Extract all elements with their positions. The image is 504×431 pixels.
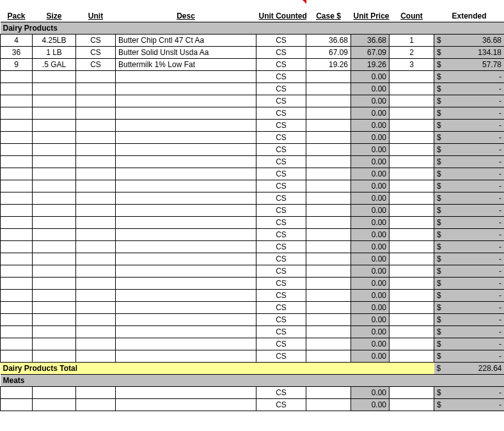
cell-desc[interactable]: [116, 350, 256, 362]
cell-case[interactable]: 67.09: [306, 46, 351, 58]
cell-case[interactable]: [306, 180, 351, 192]
cell-pack[interactable]: [1, 168, 33, 180]
cell-unit-price[interactable]: 19.26: [351, 58, 390, 70]
cell-unit-price[interactable]: 0.00: [351, 386, 390, 398]
cell-extended[interactable]: $-: [434, 180, 505, 192]
cell-desc[interactable]: [116, 131, 256, 143]
cell-case[interactable]: [306, 301, 351, 313]
cell-case[interactable]: [306, 289, 351, 301]
cell-count[interactable]: [390, 386, 434, 398]
cell-desc[interactable]: [116, 301, 256, 313]
cell-unit-counted[interactable]: CS: [256, 325, 306, 338]
cell-unit[interactable]: [76, 119, 116, 131]
cell-extended[interactable]: $134.18: [434, 46, 505, 58]
cell-pack[interactable]: [1, 240, 33, 253]
cell-pack[interactable]: 4: [1, 34, 33, 46]
cell-case[interactable]: [306, 119, 351, 131]
cell-count[interactable]: [390, 131, 434, 143]
cell-desc[interactable]: Butter Chip Cntl 47 Ct Aa: [116, 34, 256, 46]
cell-pack[interactable]: [1, 119, 33, 131]
cell-unit[interactable]: [76, 155, 116, 168]
cell-unit-price[interactable]: 0.00: [351, 204, 390, 216]
cell-size[interactable]: [33, 155, 76, 168]
cell-unit-counted[interactable]: CS: [256, 192, 306, 204]
cell-count[interactable]: [390, 95, 434, 107]
cell-extended[interactable]: $-: [434, 95, 505, 107]
cell-size[interactable]: [33, 168, 76, 180]
cell-count[interactable]: [390, 338, 434, 350]
cell-unit-price[interactable]: 0.00: [351, 216, 390, 228]
cell-desc[interactable]: [116, 168, 256, 180]
cell-desc[interactable]: [116, 338, 256, 350]
cell-desc[interactable]: [116, 107, 256, 119]
cell-unit[interactable]: [76, 277, 116, 289]
cell-unit-counted[interactable]: CS: [256, 253, 306, 265]
cell-count[interactable]: [390, 204, 434, 216]
cell-case[interactable]: [306, 228, 351, 240]
cell-case[interactable]: [306, 95, 351, 107]
cell-size[interactable]: [33, 180, 76, 192]
cell-pack[interactable]: [1, 192, 33, 204]
cell-desc[interactable]: [116, 216, 256, 228]
cell-count[interactable]: [390, 240, 434, 253]
cell-unit-counted[interactable]: CS: [256, 70, 306, 82]
cell-case[interactable]: [306, 325, 351, 338]
cell-pack[interactable]: [1, 216, 33, 228]
cell-desc[interactable]: [116, 95, 256, 107]
cell-count[interactable]: [390, 82, 434, 95]
cell-unit-counted[interactable]: CS: [256, 155, 306, 168]
cell-extended[interactable]: $-: [434, 192, 505, 204]
cell-extended[interactable]: $-: [434, 204, 505, 216]
cell-pack[interactable]: [1, 253, 33, 265]
cell-desc[interactable]: [116, 386, 256, 398]
cell-pack[interactable]: [1, 131, 33, 143]
cell-unit[interactable]: [76, 168, 116, 180]
cell-count[interactable]: [390, 70, 434, 82]
cell-unit-price[interactable]: 0.00: [351, 398, 390, 411]
cell-unit-price[interactable]: 0.00: [351, 143, 390, 155]
cell-unit[interactable]: [76, 70, 116, 82]
cell-extended[interactable]: $-: [434, 386, 505, 398]
cell-desc[interactable]: [116, 228, 256, 240]
cell-desc[interactable]: Butter Solid Unslt Usda Aa: [116, 46, 256, 58]
cell-extended[interactable]: $-: [434, 350, 505, 362]
cell-case[interactable]: 36.68: [306, 34, 351, 46]
cell-desc[interactable]: [116, 325, 256, 338]
cell-unit-counted[interactable]: CS: [256, 82, 306, 95]
cell-desc[interactable]: [116, 204, 256, 216]
cell-count[interactable]: [390, 301, 434, 313]
cell-unit[interactable]: [76, 216, 116, 228]
cell-pack[interactable]: [1, 155, 33, 168]
cell-extended[interactable]: $-: [434, 277, 505, 289]
cell-case[interactable]: [306, 240, 351, 253]
cell-unit[interactable]: [76, 228, 116, 240]
cell-unit[interactable]: [76, 313, 116, 325]
cell-count[interactable]: [390, 350, 434, 362]
cell-extended[interactable]: $-: [434, 168, 505, 180]
cell-size[interactable]: [33, 398, 76, 411]
cell-extended[interactable]: $-: [434, 289, 505, 301]
cell-unit-counted[interactable]: CS: [256, 131, 306, 143]
cell-unit-counted[interactable]: CS: [256, 58, 306, 70]
cell-count[interactable]: 2: [390, 46, 434, 58]
cell-size[interactable]: [33, 95, 76, 107]
cell-unit[interactable]: [76, 240, 116, 253]
cell-size[interactable]: .5 GAL: [33, 58, 76, 70]
cell-count[interactable]: [390, 119, 434, 131]
cell-unit-price[interactable]: 0.00: [351, 289, 390, 301]
cell-unit-counted[interactable]: CS: [256, 216, 306, 228]
cell-extended[interactable]: $-: [434, 70, 505, 82]
cell-count[interactable]: [390, 228, 434, 240]
cell-case[interactable]: [306, 253, 351, 265]
cell-unit-counted[interactable]: CS: [256, 168, 306, 180]
cell-unit-counted[interactable]: CS: [256, 180, 306, 192]
cell-desc[interactable]: [116, 265, 256, 277]
cell-size[interactable]: [33, 131, 76, 143]
cell-size[interactable]: [33, 350, 76, 362]
cell-count[interactable]: [390, 107, 434, 119]
cell-desc[interactable]: [116, 313, 256, 325]
cell-unit-counted[interactable]: CS: [256, 204, 306, 216]
cell-desc[interactable]: [116, 253, 256, 265]
cell-case[interactable]: [306, 155, 351, 168]
cell-unit-counted[interactable]: CS: [256, 46, 306, 58]
